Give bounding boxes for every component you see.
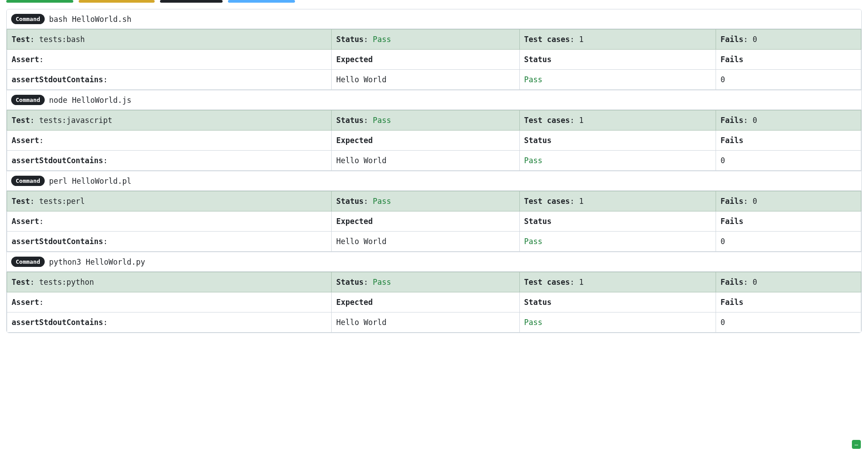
row-status-value: Pass <box>524 237 543 246</box>
testcases-value: 1 <box>579 278 583 287</box>
summary-fails: Fails: 0 <box>716 110 861 131</box>
command-row: Commandpython3 HelloWorld.py <box>7 252 861 272</box>
command-badge: Command <box>11 14 45 24</box>
summary-row: Test: tests:javascriptStatus: PassTest c… <box>7 110 861 131</box>
cell-expected: Hello World <box>332 151 519 171</box>
cell-fails: 0 <box>716 70 861 90</box>
command-badge: Command <box>11 176 45 186</box>
data-row: assertStdoutContains:Hello WorldPass0 <box>7 312 861 333</box>
header-assert: Assert: <box>7 131 332 151</box>
status-label: Status <box>336 278 363 287</box>
assert-header: Assert <box>12 136 39 145</box>
test-label: Test <box>12 116 30 125</box>
pill-blue <box>228 0 295 3</box>
cell-fails: 0 <box>716 151 861 171</box>
header-row: Assert:ExpectedStatusFails <box>7 50 861 70</box>
assert-name: assertStdoutContains <box>12 75 103 84</box>
command-badge: Command <box>11 95 45 105</box>
status-header: Status <box>524 217 552 226</box>
row-fails-value: 0 <box>721 237 725 246</box>
testcases-label: Test cases <box>524 116 570 125</box>
pill-yellow <box>79 0 155 3</box>
expected-header: Expected <box>336 217 373 226</box>
summary-test: Test: tests:python <box>7 272 332 292</box>
status-label: Status <box>336 116 363 125</box>
status-pills-partial <box>6 0 862 3</box>
fails-header: Fails <box>721 298 743 307</box>
test-label: Test <box>12 197 30 206</box>
summary-test: Test: tests:perl <box>7 191 332 211</box>
header-row: Assert:ExpectedStatusFails <box>7 292 861 312</box>
status-header: Status <box>524 298 552 307</box>
test-table: Test: tests:perlStatus: PassTest cases: … <box>7 191 861 252</box>
testcases-label: Test cases <box>524 35 570 44</box>
header-status: Status <box>519 131 716 151</box>
data-row: assertStdoutContains:Hello WorldPass0 <box>7 151 861 171</box>
header-fails: Fails <box>716 211 861 232</box>
fails-value: 0 <box>753 278 757 287</box>
test-table: Test: tests:pythonStatus: PassTest cases… <box>7 272 861 333</box>
cell-status: Pass <box>519 232 716 252</box>
pill-green <box>6 0 73 3</box>
header-expected: Expected <box>332 292 519 312</box>
summary-row: Test: tests:pythonStatus: PassTest cases… <box>7 272 861 292</box>
header-fails: Fails <box>716 292 861 312</box>
summary-testcases: Test cases: 1 <box>519 110 716 131</box>
fails-label: Fails <box>721 116 743 125</box>
test-table: Test: tests:bashStatus: PassTest cases: … <box>7 29 861 90</box>
summary-status: Status: Pass <box>332 110 519 131</box>
summary-row: Test: tests:perlStatus: PassTest cases: … <box>7 191 861 211</box>
expected-header: Expected <box>336 136 373 145</box>
cell-assert: assertStdoutContains: <box>7 312 332 333</box>
test-name: tests:python <box>39 278 94 287</box>
data-row: assertStdoutContains:Hello WorldPass0 <box>7 70 861 90</box>
fails-value: 0 <box>753 116 757 125</box>
header-status: Status <box>519 211 716 232</box>
test-label: Test <box>12 278 30 287</box>
summary-status: Status: Pass <box>332 272 519 292</box>
command-text: bash HelloWorld.sh <box>49 15 131 24</box>
summary-fails: Fails: 0 <box>716 30 861 50</box>
cell-expected: Hello World <box>332 232 519 252</box>
header-assert: Assert: <box>7 292 332 312</box>
cell-expected: Hello World <box>332 312 519 333</box>
cell-status: Pass <box>519 151 716 171</box>
fails-value: 0 <box>753 35 757 44</box>
assert-header: Assert <box>12 217 39 226</box>
cell-fails: 0 <box>716 232 861 252</box>
expected-value: Hello World <box>336 75 387 84</box>
testcases-label: Test cases <box>524 278 570 287</box>
assert-header: Assert <box>12 298 39 307</box>
assert-name: assertStdoutContains <box>12 237 103 246</box>
fails-header: Fails <box>721 136 743 145</box>
cell-assert: assertStdoutContains: <box>7 151 332 171</box>
status-header: Status <box>524 55 552 64</box>
command-row: Commandbash HelloWorld.sh <box>7 9 861 29</box>
summary-status-value: Pass <box>373 197 391 206</box>
cell-assert: assertStdoutContains: <box>7 232 332 252</box>
row-status-value: Pass <box>524 156 543 165</box>
fails-label: Fails <box>721 278 743 287</box>
header-status: Status <box>519 292 716 312</box>
testcases-value: 1 <box>579 116 583 125</box>
summary-status-value: Pass <box>373 278 391 287</box>
fails-header: Fails <box>721 55 743 64</box>
row-fails-value: 0 <box>721 75 725 84</box>
command-text: python3 HelloWorld.py <box>49 258 145 266</box>
row-status-value: Pass <box>524 75 543 84</box>
summary-status: Status: Pass <box>332 30 519 50</box>
summary-testcases: Test cases: 1 <box>519 272 716 292</box>
header-expected: Expected <box>332 131 519 151</box>
header-assert: Assert: <box>7 50 332 70</box>
fails-header: Fails <box>721 217 743 226</box>
summary-test: Test: tests:bash <box>7 30 332 50</box>
testcases-value: 1 <box>579 35 583 44</box>
header-expected: Expected <box>332 211 519 232</box>
test-label: Test <box>12 35 30 44</box>
data-row: assertStdoutContains:Hello WorldPass0 <box>7 232 861 252</box>
expected-value: Hello World <box>336 237 387 246</box>
cell-fails: 0 <box>716 312 861 333</box>
header-status: Status <box>519 50 716 70</box>
assert-header: Assert <box>12 55 39 64</box>
test-name: tests:javascript <box>39 116 112 125</box>
